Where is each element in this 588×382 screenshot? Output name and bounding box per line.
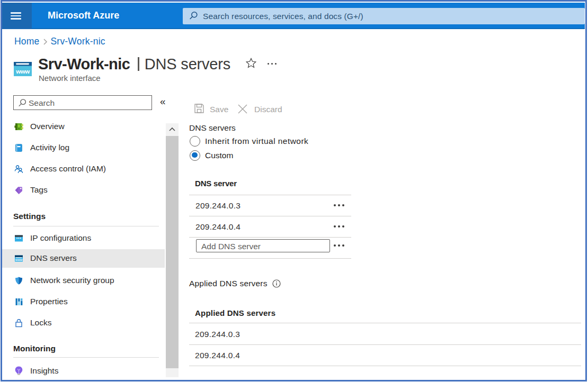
svg-text:www: www xyxy=(15,68,30,75)
svg-text:www: www xyxy=(15,258,23,261)
